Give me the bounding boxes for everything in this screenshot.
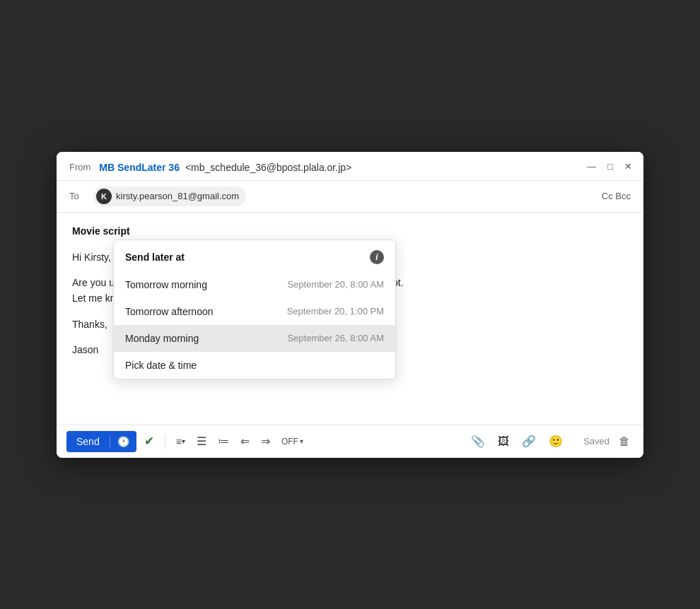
saved-label: Saved: [583, 436, 609, 447]
send-button[interactable]: Send 🕐: [66, 431, 136, 452]
toolbar-separator-1: [165, 434, 165, 449]
indent-left-button[interactable]: ⇐: [237, 432, 253, 451]
align-button[interactable]: ≡ ▾: [173, 434, 189, 449]
off-chevron-icon: ▾: [300, 437, 303, 445]
send-later-title: Send later at: [125, 252, 185, 263]
sender-email: <mb_schedule_36@bpost.plala.or.jp>: [185, 162, 351, 173]
send-clock-icon[interactable]: 🕐: [110, 436, 136, 447]
image-button[interactable]: 🖼: [494, 432, 513, 451]
send-button-label: Send: [66, 436, 110, 447]
delete-button[interactable]: 🗑: [615, 432, 634, 451]
cc-bcc-button[interactable]: Cc Bcc: [602, 191, 631, 201]
send-later-option-tomorrow-afternoon[interactable]: Tomorrow afternoon September 20, 1:00 PM: [114, 298, 395, 325]
ordered-list-button[interactable]: ≔: [214, 432, 233, 451]
toolbar: Send 🕐 ✔ ≡ ▾ ☰ ≔ ⇐ ⇒ OFF ▾: [57, 425, 643, 458]
send-later-header: Send later at i: [114, 240, 395, 271]
emoji-button[interactable]: 🙂: [545, 432, 566, 451]
maximize-button[interactable]: □: [607, 162, 613, 171]
indent-right-button[interactable]: ⇒: [257, 432, 274, 451]
ordered-list-icon: ≔: [218, 434, 229, 448]
close-button[interactable]: ✕: [624, 162, 632, 171]
attachment-button[interactable]: 📎: [467, 432, 489, 451]
to-label: To: [69, 191, 83, 201]
trash-icon: 🗑: [619, 435, 630, 448]
image-icon: 🖼: [498, 435, 509, 448]
attachment-icon: 📎: [471, 434, 485, 448]
send-later-option-monday-morning[interactable]: Monday morning September 26, 8:00 AM: [114, 325, 395, 352]
to-bar: To K kirsty.pearson_81@gmail.com Cc Bcc: [57, 181, 643, 213]
link-icon: 🔗: [522, 434, 536, 448]
off-toggle-button[interactable]: OFF ▾: [278, 434, 307, 449]
align-icon: ≡: [176, 436, 182, 447]
email-compose-window: From MB SendLater 36 <mb_schedule_36@bpo…: [57, 152, 643, 458]
emoji-icon: 🙂: [549, 434, 563, 448]
email-subject: Movie script: [72, 225, 628, 237]
format-group-align: ≡ ▾: [173, 434, 189, 449]
align-chevron-icon: ▾: [182, 437, 185, 445]
sender-name: MB SendLater 36: [99, 162, 180, 173]
link-button[interactable]: 🔗: [518, 432, 539, 451]
indent-left-icon: ⇐: [240, 434, 250, 448]
indent-right-icon: ⇒: [261, 434, 270, 448]
email-body[interactable]: Movie script Hi Kirsty, Are you up to re…: [57, 213, 643, 425]
toolbar-right: 📎 🖼 🔗 🙂 Saved 🗑: [467, 432, 634, 451]
check-button[interactable]: ✔: [141, 431, 158, 451]
unordered-list-icon: ☰: [197, 434, 206, 448]
recipient-chip[interactable]: K kirsty.pearson_81@gmail.com: [93, 187, 246, 206]
info-icon[interactable]: i: [370, 250, 384, 264]
send-later-panel: Send later at i Tomorrow morning Septemb…: [113, 240, 396, 379]
from-label: From: [69, 162, 91, 172]
send-later-option-pick-date[interactable]: Pick date & time: [114, 352, 395, 379]
title-bar: From MB SendLater 36 <mb_schedule_36@bpo…: [57, 152, 643, 181]
recipient-avatar: K: [96, 189, 112, 204]
send-later-option-tomorrow-morning[interactable]: Tomorrow morning September 20, 8:00 AM: [114, 271, 395, 298]
minimize-button[interactable]: —: [587, 162, 596, 171]
window-controls: — □ ✕: [587, 162, 632, 171]
off-label: OFF: [281, 437, 298, 447]
unordered-list-button[interactable]: ☰: [193, 432, 210, 451]
recipient-email: kirsty.pearson_81@gmail.com: [116, 191, 239, 201]
